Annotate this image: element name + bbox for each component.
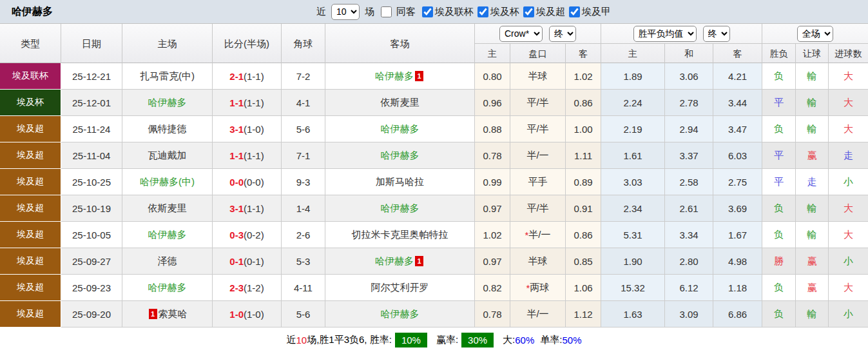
- result-handicap: 輸: [796, 116, 829, 142]
- subcol-avg-away: 客: [713, 43, 762, 64]
- match-table-body: 埃及联杯 25-12-21 扎马雷克(中) 2-1(1-1) 7-2 哈伊赫多1…: [0, 63, 868, 328]
- away-team[interactable]: 哈伊赫多: [325, 142, 475, 169]
- summary-count: 10: [296, 335, 307, 346]
- home-team[interactable]: 瓦迪戴加: [122, 142, 213, 169]
- halftime-score: (1-0): [244, 309, 264, 320]
- handicap: 平/半: [510, 195, 566, 222]
- over-rate-value: 60%: [515, 335, 534, 346]
- result-handicap: 輸: [796, 195, 829, 222]
- top-bar: 哈伊赫多 近 10 场 同客 埃及联杯 埃及杯 埃及超 埃及甲: [0, 0, 868, 23]
- handicap: 半球: [510, 248, 566, 275]
- avg-home: 15.32: [601, 275, 665, 301]
- handicap: *两球: [510, 275, 566, 301]
- home-team[interactable]: 1索莫哈: [122, 301, 213, 328]
- odds-source-select[interactable]: Crow*: [499, 26, 543, 42]
- away-team[interactable]: 哈伊赫多: [325, 301, 475, 328]
- home-team[interactable]: 哈伊赫多: [122, 90, 213, 116]
- home-team[interactable]: 扎马雷克(中): [122, 63, 213, 90]
- away-team[interactable]: 哈伊赫多1: [325, 248, 475, 275]
- premier-label: 埃及超: [536, 6, 565, 18]
- division2-checkbox[interactable]: [569, 6, 580, 17]
- premier-checkbox[interactable]: [523, 6, 534, 17]
- avg-away: 4.98: [713, 248, 762, 275]
- odds-away: 0.89: [566, 169, 601, 195]
- halftime-score: (1-1): [244, 150, 264, 161]
- score-cell: 1-1(1-1): [213, 142, 282, 169]
- home-team-name: 哈伊赫多: [148, 229, 187, 241]
- away-team[interactable]: 哈伊赫多: [325, 116, 475, 142]
- corners: 1-4: [282, 195, 325, 222]
- away-team[interactable]: 阿尔艾利开罗: [325, 275, 475, 301]
- away-team-name: 哈伊赫多: [375, 70, 414, 83]
- result-handicap: 輸: [796, 90, 829, 116]
- odds-home: 0.97: [475, 248, 510, 275]
- result-wdl: 平: [762, 169, 796, 195]
- fulltime-score: 0-1: [229, 256, 244, 267]
- red-card-badge: 1: [149, 309, 157, 319]
- score-cell: 0-1(0-1): [213, 248, 282, 275]
- result-handicap: 輸: [796, 63, 829, 90]
- result-handicap: 走: [796, 169, 829, 195]
- col-header-type: 类型: [0, 24, 61, 64]
- league-cup-label: 埃及联杯: [435, 6, 474, 18]
- odds-away: 1.11: [566, 142, 601, 169]
- away-team[interactable]: 切拉米卡克里奥帕特拉: [325, 222, 475, 248]
- away-team[interactable]: 哈伊赫多: [325, 195, 475, 222]
- odd-rate-label: 单率:: [540, 334, 562, 346]
- odds-home: 0.96: [475, 90, 510, 116]
- score-cell: 3-1(1-1): [213, 195, 282, 222]
- subcol-result: 胜负: [762, 43, 796, 64]
- score-cell: 0-3(0-2): [213, 222, 282, 248]
- league-cup-checkbox[interactable]: [422, 6, 433, 17]
- avg-select-group: 胜平负均值 终: [601, 24, 762, 43]
- corners: 7-1: [282, 142, 325, 169]
- result-handicap: 輸: [796, 301, 829, 328]
- away-team[interactable]: 依斯麦里: [325, 90, 475, 116]
- egypt-cup-checkbox[interactable]: [477, 6, 488, 17]
- home-team[interactable]: 依斯麦里: [122, 195, 213, 222]
- avg-draw: 3.06: [665, 63, 713, 90]
- result-goals: 大: [829, 116, 868, 142]
- away-team[interactable]: 加斯马哈拉: [325, 169, 475, 195]
- avg-type-select[interactable]: 胜平负均值: [633, 26, 697, 42]
- score-cell: 2-3(1-2): [213, 275, 282, 301]
- score-cell: 1-0(1-0): [213, 301, 282, 328]
- avg-away: 6.03: [713, 142, 762, 169]
- handicap: 平/半: [510, 116, 566, 142]
- match-row: 埃及超 25-10-25 哈伊赫多(中) 0-0(0-0) 9-3 加斯马哈拉 …: [0, 169, 868, 195]
- league-badge: 埃及杯: [0, 90, 61, 116]
- odds-away: 1.12: [566, 301, 601, 328]
- home-team-name: 哈伊赫多: [148, 97, 187, 109]
- match-date: 25-10-25: [61, 169, 122, 195]
- subcol-avg-draw: 和: [665, 43, 713, 64]
- odds-time-select[interactable]: 终: [549, 26, 576, 42]
- red-card-badge: 1: [415, 71, 423, 81]
- fulltime-score: 3-1: [229, 124, 244, 135]
- result-wdl: 负: [762, 195, 796, 222]
- home-team[interactable]: 哈伊赫多: [122, 222, 213, 248]
- scope-select[interactable]: 全场: [797, 26, 833, 42]
- same-away-checkbox[interactable]: [381, 6, 392, 17]
- home-team[interactable]: 泽德: [122, 248, 213, 275]
- home-team[interactable]: 哈伊赫多: [122, 275, 213, 301]
- odds-home: 0.88: [475, 116, 510, 142]
- result-wdl: 负: [762, 222, 796, 248]
- home-team[interactable]: 哈伊赫多(中): [122, 169, 213, 195]
- avg-away: 2.75: [713, 169, 762, 195]
- avg-away: 3.69: [713, 195, 762, 222]
- odds-away: 1.02: [566, 63, 601, 90]
- away-team-name: 哈伊赫多: [381, 123, 420, 135]
- result-wdl: 负: [762, 63, 796, 90]
- odds-away: 0.86: [566, 90, 601, 116]
- halftime-score: (0-1): [244, 256, 264, 267]
- handicap: 平手: [510, 169, 566, 195]
- fulltime-score: 0-3: [229, 230, 244, 240]
- avg-draw: 3.37: [665, 142, 713, 169]
- match-count-select[interactable]: 10: [331, 4, 360, 20]
- avg-time-select[interactable]: 终: [703, 26, 730, 42]
- avg-home: 2.19: [601, 116, 665, 142]
- away-team[interactable]: 哈伊赫多1: [325, 63, 475, 90]
- odds-home: 0.78: [475, 301, 510, 328]
- away-team-name: 哈伊赫多: [375, 255, 414, 268]
- home-team[interactable]: 佩特捷德: [122, 116, 213, 142]
